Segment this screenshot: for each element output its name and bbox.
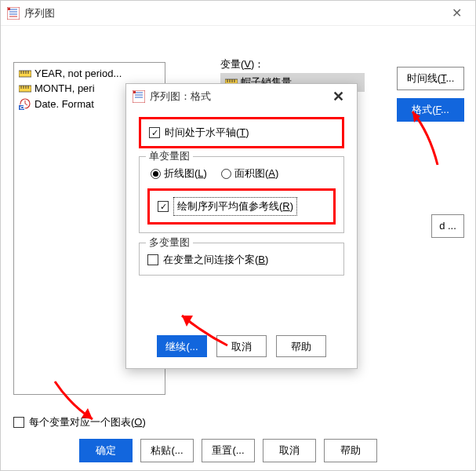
single-variable-group: 单变量图 折线图(L) 面积图(A) ✓ bbox=[139, 156, 344, 233]
format-button[interactable]: 格式(F... bbox=[397, 98, 464, 122]
checkbox-checked-icon: ✓ bbox=[158, 201, 169, 212]
modal-cancel-button[interactable]: 取消 bbox=[216, 335, 267, 357]
checkbox-label: 时间处于水平轴(T) bbox=[165, 126, 249, 140]
chart-type-radios: 折线图(L) 面积图(A) bbox=[147, 166, 336, 181]
main-button-bar: 确定 粘贴(... 重置(... 取消 帮助 bbox=[79, 439, 377, 462]
modal-titlebar: 序列图：格式 ✕ bbox=[126, 84, 357, 109]
cancel-button[interactable]: 取消 bbox=[263, 439, 316, 462]
variables-label: 变量(V)： bbox=[220, 57, 264, 71]
radio-area-chart[interactable]: 面积图(A) bbox=[221, 166, 278, 181]
svg-text:a: a bbox=[20, 100, 26, 110]
paste-button[interactable]: 粘贴(... bbox=[140, 439, 194, 462]
scale-icon bbox=[19, 84, 31, 93]
format-dialog: 序列图：格式 ✕ ✓ 时间处于水平轴(T) 单变量图 折线图(L) bbox=[125, 83, 358, 369]
scale-icon bbox=[19, 69, 31, 78]
time-on-horizontal-checkbox[interactable]: ✓ 时间处于水平轴(T) bbox=[149, 126, 334, 140]
list-item-label: YEAR, not period... bbox=[35, 68, 122, 79]
checkbox-label: 绘制序列平均值参考线(R) bbox=[173, 197, 297, 216]
date-icon: a bbox=[19, 97, 31, 110]
reference-line-checkbox[interactable]: ✓ 绘制序列平均值参考线(R) bbox=[158, 197, 325, 216]
radio-checked-icon bbox=[151, 169, 161, 179]
list-item-label: MONTH, peri bbox=[35, 82, 95, 94]
list-item[interactable]: YEAR, not period... bbox=[16, 66, 163, 81]
timeline-button[interactable]: 时间线(T... bbox=[397, 67, 464, 90]
main-titlebar: 序列图 ✕ bbox=[1, 1, 475, 26]
reset-button[interactable]: 重置(... bbox=[202, 439, 255, 462]
group-title: 多变量图 bbox=[146, 236, 193, 250]
svg-rect-11 bbox=[19, 86, 31, 92]
modal-button-bar: 继续(... 取消 帮助 bbox=[126, 335, 357, 357]
ok-button[interactable]: 确定 bbox=[79, 439, 133, 462]
modal-body: ✓ 时间处于水平轴(T) 单变量图 折线图(L) 面积图(A) bbox=[126, 109, 357, 368]
modal-close-button[interactable]: ✕ bbox=[325, 88, 351, 105]
multi-variable-group: 多变量图 在变量之间连接个案(B) bbox=[139, 243, 344, 276]
main-close-button[interactable]: ✕ bbox=[444, 5, 469, 20]
svg-rect-6 bbox=[19, 71, 31, 77]
one-chart-per-var-checkbox[interactable]: 每个变量对应一个图表(O) bbox=[13, 415, 146, 429]
annotation-highlight: ✓ 绘制序列平均值参考线(R) bbox=[147, 188, 336, 225]
connect-cases-checkbox[interactable]: 在变量之间连接个案(B) bbox=[147, 253, 336, 267]
checkbox-label: 每个变量对应一个图表(O) bbox=[29, 415, 146, 429]
chart-grid-icon bbox=[133, 90, 145, 103]
period-truncated-button[interactable]: d ... bbox=[431, 214, 464, 238]
chart-grid-icon bbox=[7, 7, 20, 20]
radio-label: 面积图(A) bbox=[234, 166, 278, 181]
group-title: 单变量图 bbox=[146, 149, 193, 163]
modal-help-button[interactable]: 帮助 bbox=[276, 335, 326, 357]
radio-line-chart[interactable]: 折线图(L) bbox=[151, 166, 207, 181]
checkbox-label: 在变量之间连接个案(B) bbox=[163, 253, 268, 267]
main-title: 序列图 bbox=[24, 6, 444, 20]
side-button-group: 时间线(T... 格式(F... bbox=[397, 67, 464, 122]
radio-unchecked-icon bbox=[221, 169, 231, 179]
checkbox-icon bbox=[147, 254, 158, 265]
continue-button[interactable]: 继续(... bbox=[157, 335, 207, 357]
checkbox-checked-icon: ✓ bbox=[149, 127, 160, 138]
list-item-label: Date. Format bbox=[35, 98, 94, 110]
checkbox-icon bbox=[13, 417, 24, 428]
help-button[interactable]: 帮助 bbox=[324, 439, 377, 462]
svg-rect-30 bbox=[133, 91, 136, 93]
svg-rect-5 bbox=[8, 8, 10, 10]
modal-title-text: 序列图：格式 bbox=[150, 89, 325, 104]
radio-label: 折线图(L) bbox=[164, 166, 207, 181]
annotation-highlight: ✓ 时间处于水平轴(T) bbox=[139, 117, 344, 148]
